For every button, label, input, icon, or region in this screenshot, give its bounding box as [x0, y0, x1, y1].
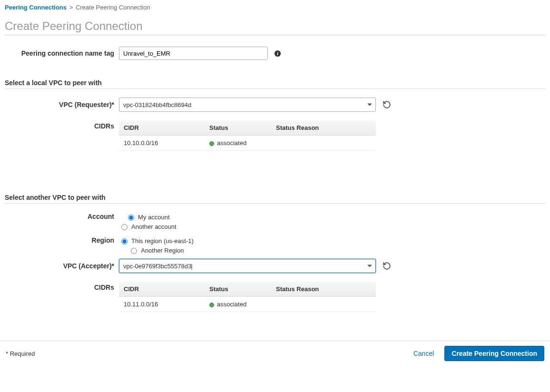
refresh-accepter-button[interactable] [382, 261, 392, 271]
col-status: Status [205, 120, 271, 136]
vpc-accepter-value: vpc-0e9769f3bc55578d3 [123, 263, 193, 270]
footer-bar: * Required Cancel Create Peering Connect… [0, 341, 550, 366]
cancel-button[interactable]: Cancel [410, 347, 438, 360]
col-cidr: CIDR [119, 120, 205, 136]
chevron-down-icon [367, 104, 372, 106]
table-row: 10.11.0.0/16 associated [119, 297, 376, 312]
cidr-cell: 10.10.0.0/16 [119, 136, 205, 151]
local-divider [5, 88, 545, 89]
status-cell: associated [205, 297, 271, 312]
col-reason: Status Reason [271, 282, 376, 297]
vpc-accepter-select[interactable]: vpc-0e9769f3bc55578d3 [119, 259, 376, 273]
svg-text:i: i [277, 51, 278, 56]
refresh-requester-button[interactable] [382, 99, 392, 110]
breadcrumb-current: Create Peering Connection [76, 4, 150, 11]
vpc-accepter-label: VPC (Accepter)* [5, 262, 119, 270]
name-tag-input[interactable] [119, 47, 268, 60]
remote-vpc-heading: Select another VPC to peer with [5, 194, 545, 201]
create-peering-button[interactable]: Create Peering Connection [444, 346, 544, 361]
col-cidr: CIDR [119, 282, 205, 297]
reason-cell [271, 136, 376, 151]
breadcrumb-parent-link[interactable]: Peering Connections [5, 4, 67, 11]
region-other-radio[interactable]: Another Region [128, 246, 184, 254]
info-icon[interactable]: i [274, 49, 281, 57]
cidr-cell: 10.11.0.0/16 [119, 297, 205, 312]
status-dot-icon [209, 303, 214, 307]
account-other-radio[interactable]: Another account [119, 223, 177, 230]
status-dot-icon [209, 141, 214, 146]
remote-divider [5, 203, 545, 204]
local-cidr-table: CIDR Status Status Reason 10.10.0.0/16 a… [119, 120, 376, 151]
vpc-requester-value: vpc-031824bb4fbc8694d [123, 101, 191, 108]
required-note: * Required [6, 350, 35, 357]
col-reason: Status Reason [271, 120, 376, 136]
region-label: Region [5, 236, 119, 244]
table-row: 10.10.0.0/16 associated [119, 136, 376, 151]
status-cell: associated [205, 136, 271, 151]
remote-cidr-table: CIDR Status Status Reason 10.11.0.0/16 a… [119, 282, 376, 312]
chevron-down-icon [367, 265, 372, 267]
col-status: Status [205, 282, 271, 297]
page-title: Create Peering Connection [5, 20, 545, 33]
title-divider [5, 35, 545, 35]
reason-cell [271, 297, 376, 312]
name-tag-label: Peering connection name tag [5, 49, 119, 57]
region-this-radio[interactable]: This region (us-east-1) [119, 237, 194, 245]
vpc-requester-select[interactable]: vpc-031824bb4fbc8694d [119, 98, 376, 112]
local-vpc-heading: Select a local VPC to peer with [5, 79, 545, 87]
breadcrumb-separator: > [69, 4, 73, 11]
account-label: Account [5, 212, 119, 220]
vpc-requester-label: VPC (Requester)* [5, 101, 119, 108]
remote-cidrs-label: CIDRs [5, 280, 119, 291]
account-my-radio[interactable]: My account [126, 213, 169, 221]
breadcrumb: Peering Connections > Create Peering Con… [5, 4, 545, 11]
local-cidrs-label: CIDRs [5, 118, 119, 130]
